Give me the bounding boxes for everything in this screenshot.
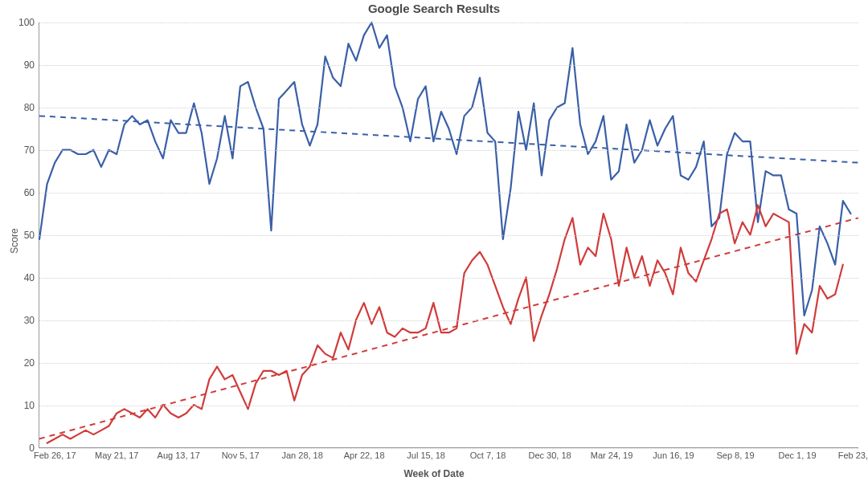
x-tick-label: Feb 23, 20: [838, 447, 868, 460]
x-axis-label: Week of Date: [0, 468, 868, 479]
y-tick-label: 10: [24, 400, 39, 411]
gridline: [39, 193, 858, 194]
x-tick-label: Apr 22, 18: [344, 447, 385, 460]
y-axis-label: Score: [9, 228, 20, 253]
gridline: [39, 235, 858, 236]
gridline: [39, 406, 858, 406]
y-tick-label: 100: [18, 17, 39, 28]
plot-area: 0102030405060708090100Feb 26, 17May 21, …: [39, 22, 858, 448]
x-tick-label: Dec 30, 18: [528, 447, 571, 460]
x-tick-label: Nov 5, 17: [222, 447, 260, 460]
series-a-line: [39, 22, 850, 316]
x-tick-label: Dec 1, 19: [778, 447, 816, 460]
y-tick-label: 80: [24, 102, 39, 113]
x-tick-label: Jul 15, 18: [407, 447, 445, 460]
gridline: [39, 278, 858, 279]
chart-title: Google Search Results: [0, 2, 868, 15]
x-tick-label: Mar 24, 19: [591, 447, 633, 460]
gridline: [39, 22, 858, 23]
y-tick-label: 60: [24, 187, 39, 198]
y-tick-label: 90: [24, 59, 39, 71]
x-tick-label: Aug 13, 17: [158, 447, 200, 460]
x-tick-label: May 21, 17: [95, 447, 138, 460]
x-tick-label: Oct 7, 18: [470, 447, 506, 460]
x-tick-label: Sep 8, 19: [716, 447, 754, 460]
gridline: [39, 363, 858, 364]
x-tick-label: Jun 16, 19: [653, 447, 694, 460]
y-tick-label: 70: [24, 145, 39, 156]
chart-wrapper: Google Search Results Score Week of Date…: [0, 0, 868, 481]
gridline: [39, 108, 858, 108]
gridline: [39, 320, 858, 321]
y-tick-label: 40: [24, 272, 39, 283]
gridline: [39, 150, 858, 151]
x-tick-label: Feb 26, 17: [34, 447, 76, 460]
y-tick-label: 30: [24, 315, 39, 326]
gridline: [39, 65, 858, 66]
y-tick-label: 50: [24, 230, 39, 241]
x-tick-label: Jan 28, 18: [281, 447, 322, 460]
series-b-line: [47, 205, 843, 442]
y-tick-label: 20: [24, 357, 39, 369]
